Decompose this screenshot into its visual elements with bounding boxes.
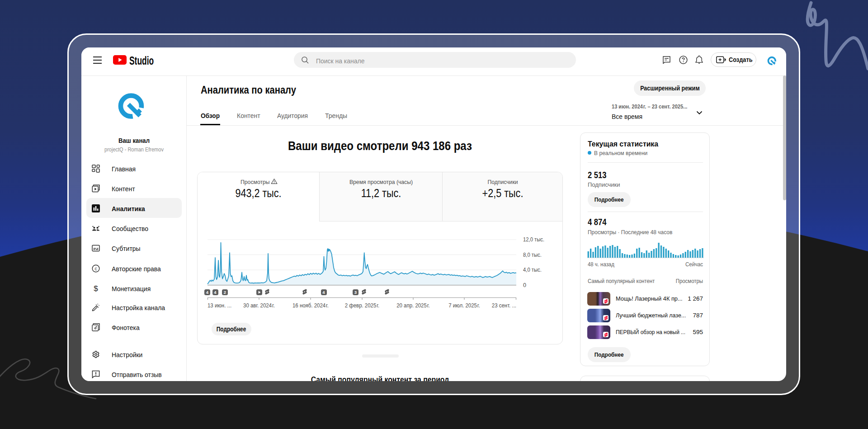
- svg-text:c: c: [94, 266, 97, 271]
- svg-text:$: $: [94, 284, 98, 292]
